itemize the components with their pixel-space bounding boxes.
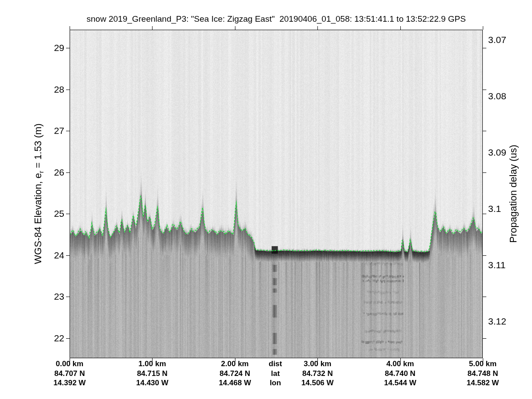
x-tick-column: 5.00 km84.748 N14.582 W [446, 359, 520, 388]
x-tick-column-lat: 84.748 N [446, 369, 520, 379]
delay-tick-label: 3.09 [488, 146, 532, 159]
x-tick-column-lat: 84.707 N [33, 369, 106, 379]
x-axis-header-column-lat: lat [239, 369, 312, 379]
echogram-canvas [0, 0, 532, 399]
elevation-tick-label: 27 [16, 125, 64, 137]
left-axis-label: WGS-84 Elevation, er = 1.53 (m) [31, 83, 45, 305]
x-axis-header-column-lon: lon [239, 378, 312, 388]
right-axis-label-text: Propagation delay (us) [508, 145, 519, 243]
delay-tick-label: 3.08 [488, 90, 532, 102]
delay-tick-label: 3.12 [488, 315, 532, 328]
delay-tick-label: 3.11 [488, 259, 532, 271]
figure: snow 2019_Greenland_P3: "Sea Ice: Zigzag… [0, 0, 532, 399]
delay-tick-label: 3.1 [488, 203, 532, 215]
x-tick-column-dist: 5.00 km [446, 359, 520, 369]
x-tick-column: 1.00 km84.715 N14.430 W [115, 359, 189, 388]
elevation-tick-label: 23 [16, 290, 64, 303]
x-tick-column-lat: 84.715 N [115, 369, 189, 379]
elevation-tick-label: 25 [16, 207, 64, 220]
x-tick-column-lon: 14.544 W [364, 378, 437, 388]
x-tick-column: 0.00 km84.707 N14.392 W [33, 359, 106, 388]
x-tick-column-lon: 14.392 W [33, 378, 106, 388]
x-axis-header-column: distlatlon [239, 359, 312, 388]
x-tick-column: 4.00 km84.740 N14.544 W [364, 359, 437, 388]
x-tick-column-dist: 0.00 km [33, 359, 106, 369]
elevation-tick-label: 24 [16, 249, 64, 262]
delay-tick-label: 3.07 [488, 34, 532, 46]
x-tick-column-dist: 1.00 km [115, 359, 189, 369]
elevation-tick-label: 26 [16, 166, 64, 179]
elevation-tick-label: 28 [16, 83, 64, 96]
x-tick-column-lon: 14.582 W [446, 378, 520, 388]
elevation-tick-label: 22 [16, 332, 64, 344]
plot-title: snow 2019_Greenland_P3: "Sea Ice: Zigzag… [70, 14, 483, 24]
x-axis-header-column-dist: dist [239, 359, 312, 369]
elevation-tick-label: 29 [16, 42, 64, 54]
x-tick-column-lon: 14.430 W [115, 378, 189, 388]
x-tick-column-lat: 84.740 N [364, 369, 437, 379]
x-tick-column-dist: 4.00 km [364, 359, 437, 369]
